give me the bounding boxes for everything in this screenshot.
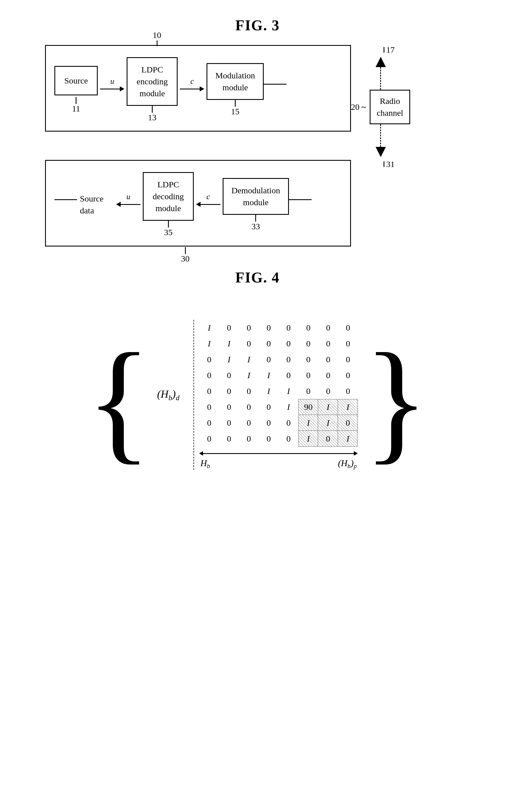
arrow-c-tx: c: [190, 77, 194, 86]
fig3-title: FIG. 3: [236, 17, 279, 34]
matrix-grid: I 0 0 0 0 0 0 0 I I 0 0 0 0 0: [193, 320, 358, 470]
arrow-u-rx: u: [126, 192, 130, 201]
radio-num: 20: [351, 102, 359, 112]
source-num: 11: [72, 104, 80, 114]
tx-num-label: 10: [153, 30, 161, 40]
rx-block: Source data u: [45, 160, 351, 246]
fig4-diagram: { (Hb)d I 0 0 0 0 0 0 0: [59, 320, 456, 470]
ldpc-enc-box: LDPC encoding module: [127, 57, 178, 106]
source-data-label: Source data: [80, 193, 103, 216]
antenna-tx-num: 17: [386, 45, 395, 55]
left-bracket: {: [86, 332, 151, 468]
arrow-c-rx: c: [207, 192, 210, 201]
arrow-u-tx: u: [110, 77, 114, 86]
ldpc-dec-box: LDPC decoding module: [143, 172, 194, 221]
demod-num: 33: [251, 222, 260, 231]
mod-box: Modulation module: [207, 63, 264, 100]
mod-num: 15: [231, 107, 239, 116]
demod-box: Demodulation module: [223, 178, 289, 215]
rx-num-label: 30: [181, 254, 190, 263]
hb-label: Hb: [200, 458, 210, 470]
antenna-rx: [376, 147, 386, 157]
radio-channel-box: Radio channel: [370, 90, 410, 124]
matrix-label-hbd: (Hb)d: [157, 388, 180, 402]
ldpc-enc-num: 13: [148, 113, 156, 122]
fig4-title: FIG. 4: [236, 269, 279, 286]
source-box: Source: [54, 66, 98, 95]
right-bracket: }: [363, 332, 429, 468]
transmitter-block: Source 11 u: [45, 45, 351, 132]
ldpc-dec-num: 35: [164, 228, 172, 237]
antenna-tx: [376, 57, 386, 67]
fig3-diagram: 10 Source 11: [45, 45, 470, 246]
antenna-rx-num: 31: [386, 160, 395, 169]
hbp-label: (Hb)p: [338, 458, 357, 470]
